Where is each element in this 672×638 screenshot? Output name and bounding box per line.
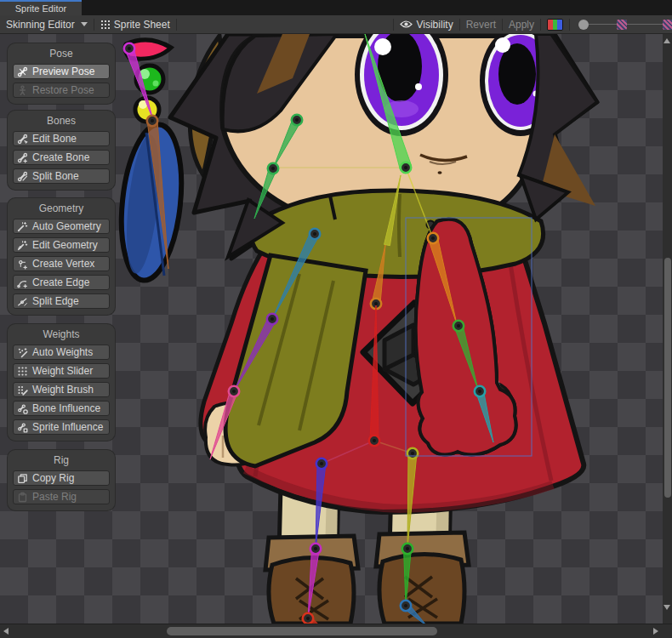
button-label: Sprite Influence: [32, 421, 103, 433]
button-label: Copy Rig: [32, 472, 74, 484]
restore-pose-button[interactable]: Restore Pose: [13, 83, 110, 98]
figure-icon: [17, 85, 28, 96]
paste-rig-button[interactable]: Paste Rig: [13, 489, 110, 504]
sprite-editor-window: Sprite Editor Skinning Editor Sprite She…: [0, 0, 672, 638]
bone-cross-icon: [17, 66, 28, 77]
panel-title: Pose: [8, 48, 115, 60]
split-edge-button[interactable]: Split Edge: [13, 293, 110, 309]
weight-brush-button[interactable]: Weight Brush: [13, 382, 110, 397]
sprite-influence-button[interactable]: Sprite Influence: [13, 419, 110, 435]
sprite-influence-icon: [17, 422, 28, 433]
button-label: Edit Bone: [32, 133, 77, 145]
button-label: Paste Rig: [32, 491, 77, 503]
button-label: Preview Pose: [32, 66, 94, 77]
weight-slider-button[interactable]: Weight Slider: [13, 363, 110, 379]
button-label: Bone Influence: [32, 402, 100, 414]
copy-rig-button[interactable]: Copy Rig: [13, 470, 110, 486]
panel-geometry: GeometryAuto GeometryEdit GeometryCreate…: [8, 198, 115, 315]
button-label: Edit Geometry: [32, 239, 98, 251]
wand-icon: [17, 221, 28, 232]
bone-split-icon: [17, 171, 28, 182]
auto-weights-icon: [17, 347, 28, 358]
scroll-up-arrow[interactable]: [663, 38, 670, 43]
vertical-scrollbar[interactable]: [663, 34, 672, 624]
dots-brush-icon: [17, 385, 28, 396]
bone-create-icon: [17, 152, 28, 163]
scroll-left-arrow[interactable]: [3, 628, 9, 635]
bone-edit-icon: [17, 134, 28, 145]
paste-icon: [17, 492, 28, 503]
button-label: Create Vertex: [32, 258, 94, 270]
bone-influence-icon: [17, 403, 28, 414]
auto-weights-button[interactable]: Auto Weights: [13, 345, 110, 360]
dots-grid-icon: [17, 366, 28, 377]
button-label: Weight Slider: [32, 365, 93, 377]
wand-edit-icon: [17, 240, 28, 251]
vertex-add-icon: [17, 259, 28, 270]
scroll-right-arrow[interactable]: [653, 628, 658, 635]
button-label: Split Edge: [32, 295, 79, 307]
split-bone-button[interactable]: Split Bone: [13, 168, 110, 184]
button-label: Create Edge: [32, 276, 89, 288]
edit-bone-button[interactable]: Edit Bone: [13, 131, 110, 146]
preview-pose-button[interactable]: Preview Pose: [13, 64, 110, 79]
create-edge-button[interactable]: Create Edge: [13, 275, 110, 290]
horizontal-scroll-thumb[interactable]: [167, 627, 437, 635]
edge-add-icon: [17, 277, 28, 288]
edit-geometry-button[interactable]: Edit Geometry: [13, 237, 110, 253]
bone-influence-button[interactable]: Bone Influence: [13, 401, 110, 416]
vertical-scroll-thumb[interactable]: [664, 258, 671, 498]
edge-split-icon: [17, 296, 28, 307]
button-label: Auto Geometry: [32, 220, 101, 232]
button-label: Create Bone: [32, 151, 89, 163]
copy-icon: [17, 473, 28, 484]
horizontal-scrollbar[interactable]: [0, 624, 672, 638]
panel-weights: WeightsAuto WeightsWeight SliderWeight B…: [8, 324, 115, 441]
panel-title: Rig: [8, 454, 115, 467]
button-label: Restore Pose: [32, 84, 94, 96]
panel-bones: BonesEdit BoneCreate BoneSplit Bone: [8, 111, 115, 190]
create-vertex-button[interactable]: Create Vertex: [13, 256, 110, 271]
button-label: Weight Brush: [32, 384, 94, 396]
button-label: Auto Weights: [32, 346, 93, 358]
auto-geometry-button[interactable]: Auto Geometry: [13, 219, 110, 234]
button-label: Split Bone: [32, 170, 79, 182]
panel-title: Geometry: [8, 202, 115, 215]
scroll-down-arrow[interactable]: [663, 605, 670, 610]
panel-title: Weights: [8, 328, 115, 341]
panel-rig: RigCopy RigPaste Rig: [8, 450, 115, 510]
create-bone-button[interactable]: Create Bone: [13, 150, 110, 165]
panel-title: Bones: [8, 115, 115, 128]
left-eye: [355, 14, 448, 136]
panel-pose: PosePreview PoseRestore Pose: [8, 43, 115, 104]
